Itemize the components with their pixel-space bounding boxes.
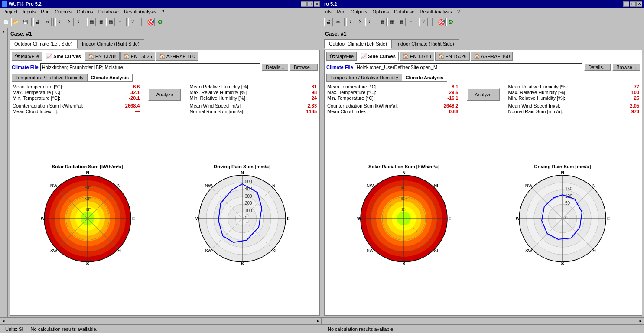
tool-grid[interactable]: ▦: [87, 18, 96, 26]
tab-outdoor-left[interactable]: Outdoor Climate (Left Side): [10, 39, 77, 49]
tab-indoor-right[interactable]: Indoor Climate (Right Side): [392, 39, 459, 48]
side-nav-btn[interactable]: ◄: [2, 30, 6, 34]
svg-text:SE: SE: [117, 248, 124, 253]
subtab-en15026-right[interactable]: 🏠 EN 15026: [435, 52, 470, 61]
minimize-btn-left[interactable]: ─: [301, 1, 307, 7]
tool-grid3[interactable]: ▦: [106, 18, 115, 26]
subtab-sinecurves-right[interactable]: 📈 Sine Curves: [358, 52, 399, 61]
browse-btn-right[interactable]: Browse...: [612, 64, 640, 71]
tool-red[interactable]: 🎯: [146, 18, 155, 26]
scroll-right-btn[interactable]: ►: [315, 318, 322, 325]
svg-text:60°: 60°: [84, 196, 91, 201]
tool-g4-r[interactable]: ≡: [407, 18, 415, 26]
map-icon-left: 🗺: [15, 53, 20, 59]
rain-title-right: Driving Rain Sum [mm/a]: [534, 164, 591, 169]
menu-database[interactable]: Database: [98, 9, 120, 15]
menu-result-r[interactable]: Result Analysis: [419, 9, 453, 15]
solar-svg-left: N S W E NW NE SW SE: [40, 171, 135, 266]
title-bar-right: ro 5.2 ─ □ ✕: [322, 0, 644, 8]
menu-inputs[interactable]: Inputs: [22, 9, 36, 15]
tool-grid2[interactable]: ▦: [97, 18, 105, 26]
charts-area-left: Solar Radiation Sum [kWh/m²a]: [12, 117, 318, 313]
menu-run[interactable]: Run: [40, 9, 50, 15]
stat-max-temp-left: Max. Temperature [°C]: 32.1: [12, 90, 140, 95]
tool-green-r[interactable]: ⚙: [446, 18, 455, 26]
menu-help-r[interactable]: ?: [456, 9, 461, 15]
outer-tabs-right: Outdoor Climate (Left Side) Indoor Clima…: [324, 39, 642, 48]
subtab-en15026-left[interactable]: 🏠 EN 15026: [120, 52, 155, 61]
maximize-btn-left[interactable]: □: [307, 1, 313, 7]
tool-g1-r[interactable]: ▦: [378, 18, 387, 26]
climate-file-input-left[interactable]: [40, 63, 260, 71]
subtab-sinecurves-left[interactable]: 📈 Sine Curves: [43, 52, 84, 61]
tool-x2[interactable]: Σ: [65, 18, 74, 26]
data-tab-climate-left[interactable]: Climate Analysis: [88, 74, 133, 82]
analyze-btn-left[interactable]: Analyze: [148, 88, 181, 101]
tool-red-r[interactable]: 🎯: [437, 18, 446, 26]
rain-chart-left: Driving Rain Sum [mm/a]: [195, 164, 290, 266]
details-btn-left[interactable]: Details...: [262, 64, 288, 71]
menu-run-r[interactable]: Run: [336, 9, 346, 15]
title-bar-left: WUFI® Pro 5.2 ─ □ ✕: [0, 0, 322, 8]
menu-database-r[interactable]: Database: [393, 9, 415, 15]
climate-file-label-right: Climate File: [326, 65, 353, 70]
climate-file-label-left: Climate File: [12, 65, 39, 70]
menu-help[interactable]: ?: [161, 9, 165, 15]
tool-cut-r[interactable]: ✂: [334, 18, 342, 26]
svg-text:60°: 60°: [400, 196, 407, 201]
subtab-en13788-right[interactable]: 🏠 EN 13788: [400, 52, 434, 61]
close-btn-left[interactable]: ✕: [314, 1, 320, 7]
tab-outdoor-right[interactable]: Outdoor Climate (Left Side): [324, 39, 392, 49]
tool-print[interactable]: 🖨: [33, 18, 42, 26]
tool-save[interactable]: 💾: [21, 18, 29, 26]
tool-green[interactable]: ⚙: [156, 18, 164, 26]
menu-uts[interactable]: uts: [324, 9, 332, 15]
ashrae-icon-left: 🏠: [159, 53, 166, 59]
menu-outputs-r[interactable]: Outputs: [350, 9, 368, 15]
tool-s1-r[interactable]: Σ: [346, 18, 355, 26]
scroll-left-btn[interactable]: ◄: [0, 318, 7, 325]
menu-result-analysis[interactable]: Result Analysis: [123, 9, 157, 15]
close-btn-right[interactable]: ✕: [636, 1, 642, 7]
tool-x1[interactable]: Σ: [55, 18, 64, 26]
browse-btn-left[interactable]: Browse...: [290, 64, 318, 71]
menu-project[interactable]: Project: [2, 9, 18, 15]
scroll-right-btn-r[interactable]: ►: [637, 318, 644, 325]
menu-options[interactable]: Options: [76, 9, 94, 15]
minimize-btn-right[interactable]: ─: [623, 1, 629, 7]
menu-outputs[interactable]: Outputs: [54, 9, 72, 15]
menu-options-r[interactable]: Options: [371, 9, 390, 15]
tool-g3-r[interactable]: ▦: [397, 18, 406, 26]
tool-print-r[interactable]: 🖨: [324, 18, 333, 26]
tool-new[interactable]: 📄: [2, 18, 10, 26]
details-btn-right[interactable]: Details...: [584, 64, 611, 71]
data-tab-temp-left[interactable]: Temperature / Relative Humidity: [12, 74, 88, 82]
tool-help-r[interactable]: ?: [419, 18, 428, 26]
tab-indoor-left[interactable]: Indoor Climate (Right Side): [77, 39, 144, 48]
statusbar-right: No calculation results available.: [322, 324, 644, 333]
subtab-mapfile-left[interactable]: 🗺 Map/File: [12, 52, 42, 61]
tool-s2-r[interactable]: Σ: [356, 18, 364, 26]
tool-grid4[interactable]: ≡: [116, 18, 124, 26]
tool-g2-r[interactable]: ▦: [387, 18, 396, 26]
tool-x3[interactable]: Σ: [75, 18, 83, 26]
svg-text:NE: NE: [592, 183, 598, 188]
maximize-btn-right[interactable]: □: [630, 1, 636, 7]
subtab-ashrae-left[interactable]: 🏠 ASHRAE 160: [156, 52, 198, 61]
tool-cut[interactable]: ✂: [43, 18, 52, 26]
sine-icon-right: 📈: [361, 53, 367, 59]
analyze-btn-right[interactable]: Analyze: [467, 88, 499, 101]
subtab-ashrae-right[interactable]: 🏠 ASHRAE 160: [471, 52, 513, 61]
subtab-en13788-left[interactable]: 🏠 EN 13788: [85, 52, 120, 61]
tool-open[interactable]: 📂: [11, 18, 20, 26]
climate-file-input-right[interactable]: [355, 63, 583, 71]
climate-file-row-left: Climate File Details... Browse...: [12, 63, 318, 71]
subtab-mapfile-right[interactable]: 🗺 Map/File: [326, 52, 357, 61]
case-label-left: Case: #1: [10, 30, 320, 38]
data-tab-climate-right[interactable]: Climate Analysis: [402, 74, 448, 82]
tool-s3-r[interactable]: Σ: [365, 18, 374, 26]
tool-help2[interactable]: ?: [128, 18, 137, 26]
data-tab-temp-right[interactable]: Temperature / Relative Humidity: [326, 74, 402, 82]
svg-text:100: 100: [245, 208, 252, 213]
stat-min-temp-right: Min. Temperature [°C]: -16.1: [326, 95, 459, 101]
